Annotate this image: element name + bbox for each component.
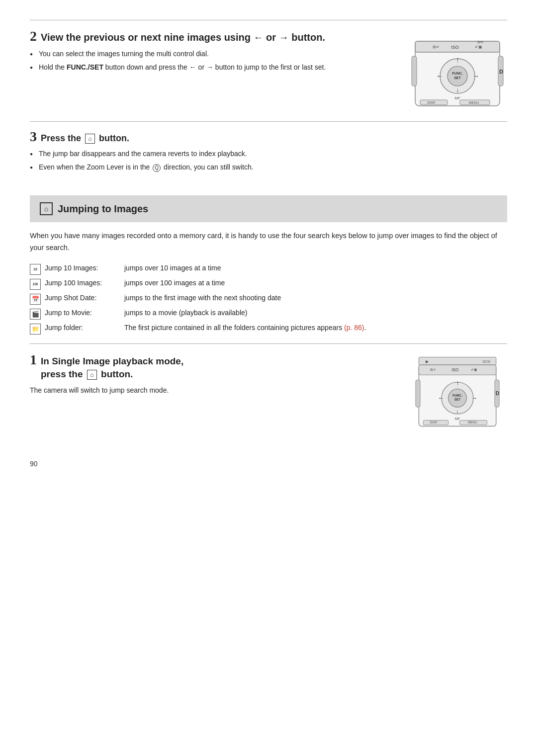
jump-row-movie: 🎬 Jump to Movie: jumps to a movie (playb… (30, 308, 507, 320)
svg-text:↑: ↑ (456, 379, 459, 387)
svg-text:ISO: ISO (451, 368, 458, 372)
jump-folder-link[interactable]: (p. 86) (344, 324, 364, 332)
jump-row-100: 100 Jump 100 Images: jumps over 100 imag… (30, 278, 507, 290)
svg-text:ISO: ISO (451, 45, 459, 50)
jump-row-folder: 📁 Jump folder: The first picture contain… (30, 323, 507, 335)
svg-text:⊞✉: ⊞✉ (477, 40, 483, 44)
jump-icon-10: 10 (30, 263, 43, 275)
jump-label-shot-date: Jump Shot Date: (45, 293, 124, 303)
icon-jsd: 📅 (30, 294, 41, 305)
svg-text:SCN: SCN (482, 359, 490, 364)
jump-label-folder: Jump folder: (45, 323, 124, 333)
svg-text:MENU: MENU (468, 420, 477, 424)
svg-text:↑: ↑ (456, 56, 459, 64)
svg-text:D: D (496, 391, 499, 396)
svg-text:→: → (472, 72, 479, 80)
jump-desc-folder: The first picture contained in all the f… (124, 323, 507, 333)
jump-desc-100: jumps over 100 images at a time (124, 278, 507, 288)
svg-text:MENU: MENU (469, 101, 479, 104)
section-2-title: View the previous or next nine images us… (41, 31, 325, 44)
jump-desc-movie: jumps to a movie (playback is available) (124, 308, 507, 318)
jump-label-100: Jump 100 Images: (45, 278, 124, 288)
section-2-text: 2 View the previous or next nine images … (30, 29, 408, 76)
page-content: 2 View the previous or next nine images … (30, 20, 507, 468)
svg-text:MF: MF (455, 417, 460, 421)
magnify-icon: Q (153, 164, 161, 172)
section-3-title: Press the ⌂ button. (41, 133, 129, 144)
section-1-text: 1 In Single Image playback mode, press t… (30, 353, 408, 396)
camera-diagram-bottom: ▶ SCN ISO ⊞✔ ✔▣ D FUNC. (408, 355, 507, 436)
section-2-heading: 2 View the previous or next nine images … (30, 29, 398, 44)
svg-text:✔▣: ✔▣ (471, 367, 477, 372)
page-number: 90 (30, 460, 507, 468)
section-3-number: 3 (30, 130, 37, 144)
section-2-number: 2 (30, 29, 37, 43)
jump-label-10: Jump 10 Images: (45, 263, 124, 273)
section-3-heading: 3 Press the ⌂ button. (30, 130, 507, 144)
home-icon: ⌂ (85, 134, 95, 144)
svg-text:←: ← (436, 72, 443, 80)
jump-intro: When you have many images recorded onto … (30, 230, 507, 254)
icon-jfl: 📁 (30, 324, 41, 335)
jump-header: ⌂ Jumping to Images (30, 195, 507, 222)
icon-j10: 10 (30, 264, 41, 275)
section-3: 3 Press the ⌂ button. The jump bar disap… (30, 121, 507, 183)
camera-svg-bottom: ▶ SCN ISO ⊞✔ ✔▣ D FUNC. (408, 355, 507, 434)
section-1-bottom: 1 In Single Image playback mode, press t… (30, 343, 507, 445)
icon-j100: 100 (30, 279, 41, 290)
section-1-heading: 1 In Single Image playback mode, press t… (30, 353, 398, 380)
jumping-section: ⌂ Jumping to Images When you have many i… (30, 195, 507, 335)
svg-text:SET: SET (454, 76, 461, 80)
jump-icon-100: 100 (30, 278, 43, 290)
jump-row-10: 10 Jump 10 Images: jumps over 10 images … (30, 263, 507, 275)
camera-diagram-top: ISO ⊞✔ ✔▣ D FUNC. SET ← → ↑ ↓ (408, 31, 507, 112)
svg-text:FUNC.: FUNC. (452, 394, 462, 397)
svg-rect-5 (412, 56, 417, 86)
jump-header-icon: ⌂ (40, 202, 53, 215)
section-1-title: In Single Image playback mode, press the… (41, 355, 183, 380)
svg-text:←: ← (438, 395, 445, 402)
section-2-bullets: You can select the images turning the mu… (30, 49, 398, 73)
jump-row-shot-date: 📅 Jump Shot Date: jumps to the first ima… (30, 293, 507, 305)
jump-icon-movie: 🎬 (30, 308, 43, 320)
jump-label-movie: Jump to Movie: (45, 308, 124, 318)
svg-text:⊞✔: ⊞✔ (430, 367, 436, 372)
section-2: 2 View the previous or next nine images … (30, 20, 507, 121)
jump-desc-10: jumps over 10 images at a time (124, 263, 507, 273)
bullet-item: You can select the images turning the mu… (30, 49, 398, 59)
camera-svg-top: ISO ⊞✔ ✔▣ D FUNC. SET ← → ↑ ↓ (408, 31, 507, 111)
jump-section-title: Jumping to Images (58, 203, 148, 215)
svg-text:↓: ↓ (456, 408, 458, 414)
icon-jmv: 🎬 (30, 309, 41, 320)
svg-text:SET: SET (454, 398, 461, 401)
svg-text:DISP.: DISP. (427, 101, 436, 104)
section-3-bullets: The jump bar disappears and the camera r… (30, 149, 507, 172)
jump-table: 10 Jump 10 Images: jumps over 10 images … (30, 263, 507, 335)
svg-text:✔▣: ✔▣ (475, 45, 482, 49)
jump-icon-shot-date: 📅 (30, 293, 43, 305)
svg-text:DISP.: DISP. (430, 420, 438, 424)
jump-icon-folder: 📁 (30, 323, 43, 335)
section-1-number: 1 (30, 353, 37, 367)
svg-text:MF: MF (454, 96, 460, 100)
svg-text:⊞✔: ⊞✔ (433, 45, 440, 49)
svg-text:FUNC.: FUNC. (452, 72, 462, 75)
svg-text:▶: ▶ (426, 359, 429, 364)
section-1-body: The camera will switch to jump search mo… (30, 385, 398, 396)
jump-desc-shot-date: jumps to the first image with the next s… (124, 293, 507, 303)
home-icon-2: ⌂ (87, 370, 97, 380)
svg-text:D: D (499, 69, 503, 75)
svg-text:↓: ↓ (456, 86, 459, 93)
svg-rect-30 (416, 380, 420, 407)
bullet-item: Hold the FUNC./SET button down and press… (30, 62, 398, 73)
bullet-item: Even when the Zoom Lever is in the Q dir… (30, 162, 507, 172)
svg-text:→: → (471, 395, 477, 402)
bullet-item: The jump bar disappears and the camera r… (30, 149, 507, 159)
